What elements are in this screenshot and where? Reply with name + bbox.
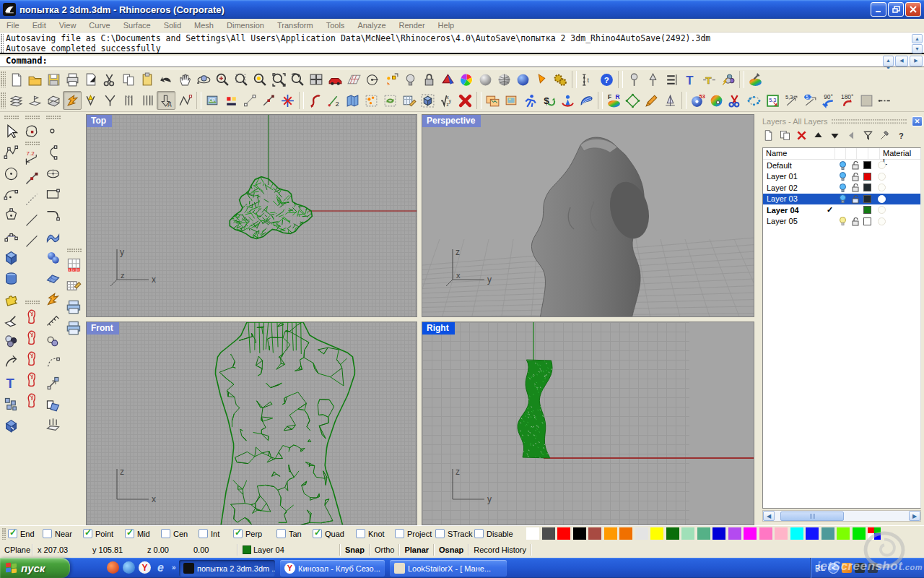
ellipse-axes-icon[interactable] bbox=[43, 163, 63, 184]
layer-color-swatch[interactable] bbox=[861, 173, 873, 181]
palette-swatch-15[interactable] bbox=[759, 527, 772, 540]
palette-swatch-17[interactable] bbox=[790, 527, 803, 540]
copy-icon[interactable] bbox=[119, 70, 138, 89]
calendar-pencil-icon[interactable] bbox=[399, 91, 418, 110]
osnap-tan-checkbox[interactable] bbox=[276, 529, 286, 538]
command-next[interactable]: ▶ bbox=[910, 56, 923, 66]
len-53-arrow-icon[interactable]: 5,3 bbox=[782, 91, 801, 110]
corner-curve-icon[interactable] bbox=[43, 205, 63, 226]
layer-lock-icon[interactable] bbox=[849, 217, 861, 226]
layer-row-default[interactable]: Default bbox=[763, 160, 920, 171]
layer-material-icon[interactable] bbox=[878, 217, 886, 225]
minimize-button[interactable] bbox=[871, 2, 886, 17]
palette-swatch-13[interactable] bbox=[728, 527, 741, 540]
open-box-icon[interactable] bbox=[1, 415, 21, 436]
image-cplane-icon[interactable]: CP bbox=[203, 91, 222, 110]
mannequin-waist-icon[interactable] bbox=[22, 369, 42, 390]
menu-analyze[interactable]: Analyze bbox=[351, 20, 392, 31]
layer-material-icon[interactable] bbox=[878, 206, 886, 214]
layer-row-layer-01[interactable]: Layer 01 bbox=[763, 171, 920, 183]
menu-help[interactable]: Help bbox=[432, 20, 461, 31]
viewport-right-label[interactable]: Right bbox=[422, 322, 455, 335]
group-squares-icon[interactable] bbox=[1, 394, 21, 415]
layers-move-down-icon[interactable] bbox=[829, 129, 841, 142]
osnap-end-checkbox[interactable] bbox=[8, 529, 17, 538]
linetypes-icon[interactable] bbox=[662, 70, 681, 89]
point-light-icon[interactable] bbox=[624, 70, 643, 89]
new-file-icon[interactable] bbox=[6, 70, 25, 89]
surface-fold-icon[interactable] bbox=[44, 91, 63, 110]
mesh-burst-icon[interactable] bbox=[63, 91, 82, 110]
green-swirl-icon[interactable] bbox=[380, 91, 399, 110]
scroll-right-icon[interactable]: ▶ bbox=[909, 511, 920, 521]
command-input[interactable]: Command: bbox=[0, 56, 924, 67]
layer-color-swatch[interactable] bbox=[861, 184, 873, 191]
palette-swatch-20[interactable] bbox=[837, 527, 850, 540]
dashed-arc-icon[interactable] bbox=[43, 352, 63, 373]
surface-flag-icon[interactable] bbox=[25, 91, 44, 110]
viewport-front-label[interactable]: Front bbox=[87, 322, 119, 335]
polygon-icon[interactable] bbox=[1, 205, 21, 226]
layer-visibility-icon[interactable] bbox=[837, 194, 849, 204]
layer-color-swatch[interactable] bbox=[861, 217, 873, 225]
zoom-in-icon[interactable] bbox=[213, 70, 232, 89]
layer-visibility-icon[interactable] bbox=[837, 171, 849, 181]
rainbow-hammer-icon[interactable] bbox=[746, 70, 764, 89]
cone-lines-icon[interactable] bbox=[661, 91, 679, 110]
statusbar-cplane[interactable]: CPlane bbox=[0, 545, 32, 554]
fr-rainbow-icon[interactable]: FR bbox=[604, 91, 623, 110]
layer-material-icon[interactable] bbox=[878, 195, 886, 203]
cross-x-icon[interactable] bbox=[278, 91, 297, 110]
wire-sphere-icon[interactable] bbox=[494, 70, 513, 89]
render-wedge-icon[interactable] bbox=[438, 70, 457, 89]
box-53-icon[interactable]: 5.3 bbox=[763, 91, 782, 110]
diagonal-line-icon[interactable] bbox=[22, 210, 42, 231]
red-blocks-icon[interactable] bbox=[222, 91, 240, 110]
osnap-near-checkbox[interactable] bbox=[43, 529, 52, 538]
layer-row-layer-05[interactable]: Layer 05 bbox=[763, 216, 920, 228]
start-button[interactable]: пуск bbox=[0, 558, 70, 578]
statusbar-toggle-record-history[interactable]: Record History bbox=[469, 545, 531, 554]
spheres-icon[interactable] bbox=[43, 247, 63, 268]
osnap-disable[interactable]: Disable bbox=[474, 529, 516, 538]
palette-swatch-9[interactable] bbox=[666, 527, 679, 540]
viewport-top-label[interactable]: Top bbox=[87, 115, 112, 127]
osnap-point[interactable]: Point bbox=[83, 529, 125, 538]
mannequin-wrap-icon[interactable] bbox=[22, 327, 42, 348]
statusbar-delta[interactable]: 0.00 bbox=[189, 545, 237, 554]
menu-dimension[interactable]: Dimension bbox=[220, 20, 271, 31]
menu-tools[interactable]: Tools bbox=[320, 20, 352, 31]
select-cursor-icon[interactable] bbox=[1, 121, 21, 142]
layer-visibility-icon[interactable] bbox=[837, 216, 849, 226]
lock-objects-icon[interactable] bbox=[419, 70, 438, 89]
blue-shell-icon[interactable] bbox=[577, 91, 596, 110]
spot-light-icon[interactable] bbox=[643, 70, 662, 89]
photo-frames-icon[interactable] bbox=[483, 91, 502, 110]
layers-move-up-icon[interactable] bbox=[812, 129, 824, 142]
currency-swirl-icon[interactable]: $ bbox=[539, 91, 558, 110]
palette-swatch-14[interactable] bbox=[744, 527, 757, 540]
grid-123-icon[interactable]: 123 bbox=[64, 254, 84, 275]
close-button[interactable] bbox=[905, 2, 921, 17]
taskbar-task-1[interactable]: YКинозал - Клуб Сезо... bbox=[280, 560, 385, 577]
osnap-mid-checkbox[interactable] bbox=[125, 529, 134, 538]
quicklaunch-app1-icon[interactable] bbox=[107, 561, 119, 574]
drag-mode-icon[interactable]: д bbox=[157, 91, 175, 110]
undo-view-change-icon[interactable] bbox=[288, 70, 307, 89]
curve-v-icon[interactable] bbox=[82, 91, 100, 110]
osnap-end[interactable]: End bbox=[8, 529, 43, 538]
statusbar-toggle-snap[interactable]: Snap bbox=[341, 545, 369, 554]
statusbar-layer[interactable]: Layer 04 bbox=[238, 545, 339, 554]
osnap-strack-checkbox[interactable] bbox=[435, 529, 445, 538]
delete-x-icon[interactable] bbox=[456, 91, 474, 110]
quicklaunch-app2-icon[interactable] bbox=[123, 561, 135, 574]
diagonal-line-2-icon[interactable] bbox=[22, 231, 42, 252]
hatch-1-icon[interactable] bbox=[119, 91, 138, 110]
zoom-extents-icon[interactable] bbox=[269, 70, 288, 89]
layers-copy-layer-icon[interactable] bbox=[779, 129, 791, 142]
command-history[interactable]: Autosaving file as C:\Documents and Sett… bbox=[0, 33, 924, 54]
cd-53-icon[interactable]: 53 bbox=[688, 91, 707, 110]
statusbar-toggle-planar[interactable]: Planar bbox=[400, 545, 433, 554]
save-file-icon[interactable] bbox=[44, 70, 63, 89]
curved-surface-icon[interactable] bbox=[43, 226, 63, 247]
